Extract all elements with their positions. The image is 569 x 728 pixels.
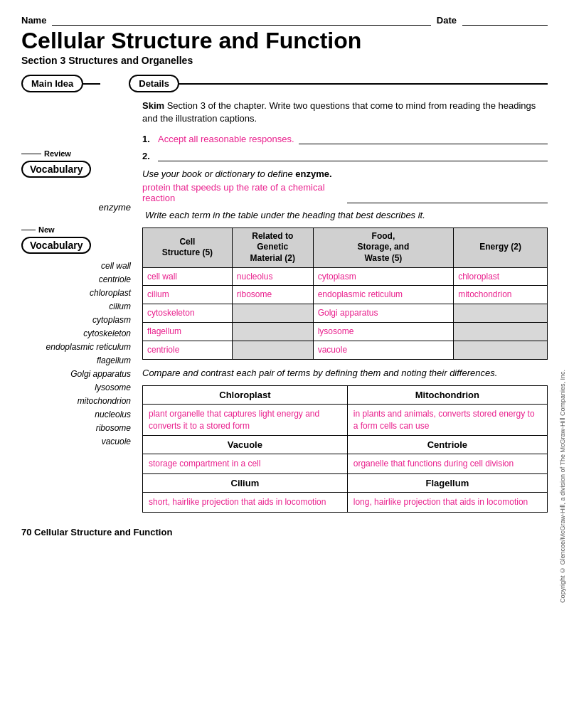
section-headers: Main Idea Details <box>21 75 548 92</box>
vocab-term: mitochondrion <box>21 395 135 407</box>
col-header-1: CellStructure (5) <box>143 228 233 267</box>
new-vocab-header: New <box>21 225 135 234</box>
vocab-term: flagellum <box>21 354 135 367</box>
q2-line <box>158 150 548 161</box>
compare-table: Chloroplast Mitochondrion plant organell… <box>142 385 548 513</box>
footer: 70 Cellular Structure and Function <box>21 524 548 537</box>
cell-5-3: vacuole <box>313 341 453 359</box>
date-label: Date <box>437 15 457 26</box>
vocab-term: cilium <box>21 300 135 313</box>
cell-4-4 <box>454 322 548 341</box>
cell-5-1: centriole <box>143 341 233 359</box>
name-date-row: Name Date <box>21 14 548 26</box>
question-2-row: 2. <box>142 150 548 161</box>
compare-th-vacuole: Vacuole <box>143 436 348 454</box>
cell-4-3: lysosome <box>313 322 453 341</box>
page-title: Cellular Structure and Function <box>21 28 548 53</box>
details-bubble: Details <box>129 75 179 92</box>
new-label-small: New <box>38 225 55 234</box>
q1-num: 1. <box>142 134 154 144</box>
cell-3-2 <box>232 304 313 323</box>
review-vocab-header: Review <box>21 149 135 158</box>
cell-5-2 <box>232 341 313 359</box>
cell-1-1: cell wall <box>143 267 233 286</box>
compare-def-row-2: storage compartment in a cell organelle … <box>143 454 548 474</box>
cell-3-3: Golgi apparatus <box>313 304 453 323</box>
two-col-layout: Review Vocabulary enzyme New Vocabulary … <box>21 100 548 513</box>
vocab-term: cell wall <box>21 259 135 272</box>
left-column: Review Vocabulary enzyme New Vocabulary … <box>21 100 142 513</box>
cilium-def: short, hairlike projection that aids in … <box>143 493 348 513</box>
vocab-term: Golgi apparatus <box>21 368 135 380</box>
new-vocab-section: New Vocabulary cell wall centriole chlor… <box>21 225 135 448</box>
question-1-row: 1. Accept all reasonable responses. <box>142 133 548 144</box>
skim-bold: Skim <box>142 100 164 111</box>
date-line <box>462 14 548 26</box>
col-header-3: Food,Storage, andWaste (5) <box>313 228 453 267</box>
new-vocab-bubble: Vocabulary <box>21 237 91 254</box>
vocab-term: nucleolus <box>21 408 135 421</box>
cell-3-4 <box>454 304 548 323</box>
skim-section: Skim Section 3 of the chapter. Write two… <box>142 100 548 125</box>
connector-line <box>83 83 100 85</box>
compare-th-chloroplast: Chloroplast <box>143 385 348 404</box>
rv-answer: protein that speeds up the rate of a che… <box>142 182 343 203</box>
name-line <box>52 14 430 26</box>
cell-4-1: flagellum <box>143 322 233 341</box>
cell-5-4 <box>454 341 548 359</box>
compare-def-row-3: short, hairlike projection that aids in … <box>143 493 548 513</box>
right-column: Skim Section 3 of the chapter. Write two… <box>142 100 548 513</box>
vocab-term: chloroplast <box>21 287 135 299</box>
mitochondrion-def: in plants and animals, converts stored e… <box>347 404 547 436</box>
vocab-term: ribosome <box>21 422 135 434</box>
compare-def-row-1: plant organelle that captures light ener… <box>143 404 548 436</box>
compare-th-mitochondrion: Mitochondrion <box>347 385 547 404</box>
table-row: centriole vacuole <box>143 341 548 359</box>
vocab-term: centriole <box>21 273 135 286</box>
copyright: Copyright © Glencoe/McGraw-Hill, a divis… <box>559 370 566 603</box>
compare-th-centriole: Centriole <box>347 436 547 454</box>
table-row: flagellum lysosome <box>143 322 548 341</box>
subtitle: Section 3 Structures and Organelles <box>21 55 548 66</box>
compare-th-flagellum: Flagellum <box>347 474 547 493</box>
col-header-4: Energy (2) <box>454 228 548 267</box>
review-vocab-section: Review Vocabulary enzyme <box>21 149 135 213</box>
vocab-term-list: cell wall centriole chloroplast cilium c… <box>21 259 135 448</box>
review-term-label: enzyme <box>21 202 135 213</box>
table-row: cell wall nucleolus cytoplasm chloroplas… <box>143 267 548 286</box>
table-row: cilium ribosome endoplasmic reticulum mi… <box>143 286 548 304</box>
skim-text: Section 3 of the chapter. Write two ques… <box>142 100 536 124</box>
long-line <box>179 83 548 85</box>
compare-header-row-2: Vacuole Centriole <box>143 436 548 454</box>
main-idea-bubble: Main Idea <box>21 75 83 92</box>
col-header-2: Related toGeneticMaterial (2) <box>232 228 313 267</box>
q2-num: 2. <box>142 151 154 161</box>
cell-3-1: cytoskeleton <box>143 304 233 323</box>
rv-term-row: protein that speeds up the rate of a che… <box>142 182 548 203</box>
rv-instruction: Use your book or dictionary to define en… <box>142 168 332 179</box>
compare-th-cilium: Cilium <box>143 474 348 493</box>
cell-1-4: chloroplast <box>454 267 548 286</box>
centriole-def: organelle that functions during cell div… <box>347 454 547 474</box>
vocab-table: CellStructure (5) Related toGeneticMater… <box>142 228 548 360</box>
cell-2-4: mitochondrion <box>454 286 548 304</box>
cell-1-3: cytoplasm <box>313 267 453 286</box>
cell-2-2: ribosome <box>232 286 313 304</box>
write-instruction: Write each term in the table under the h… <box>145 209 548 222</box>
compare-instruction: Compare and contrast each pair of terms … <box>142 367 548 380</box>
review-label-small: Review <box>44 149 71 158</box>
cell-2-3: endoplasmic reticulum <box>313 286 453 304</box>
cell-2-1: cilium <box>143 286 233 304</box>
rv-answer-line <box>347 192 548 203</box>
vocab-term: endoplasmic reticulum <box>21 341 135 353</box>
compare-header-row-3: Cilium Flagellum <box>143 474 548 493</box>
flagellum-def: long, hairlike projection that aids in l… <box>347 493 547 513</box>
review-vocab-bubble: Vocabulary <box>21 161 91 178</box>
vocab-term: lysosome <box>21 381 135 394</box>
q1-answer: Accept all reasonable responses. <box>158 134 294 144</box>
cell-4-2 <box>232 322 313 341</box>
vocab-term: cytoplasm <box>21 314 135 326</box>
vocab-term: cytoskeleton <box>21 327 135 340</box>
vocab-term: vacuole <box>21 435 135 448</box>
compare-header-row-1: Chloroplast Mitochondrion <box>143 385 548 404</box>
